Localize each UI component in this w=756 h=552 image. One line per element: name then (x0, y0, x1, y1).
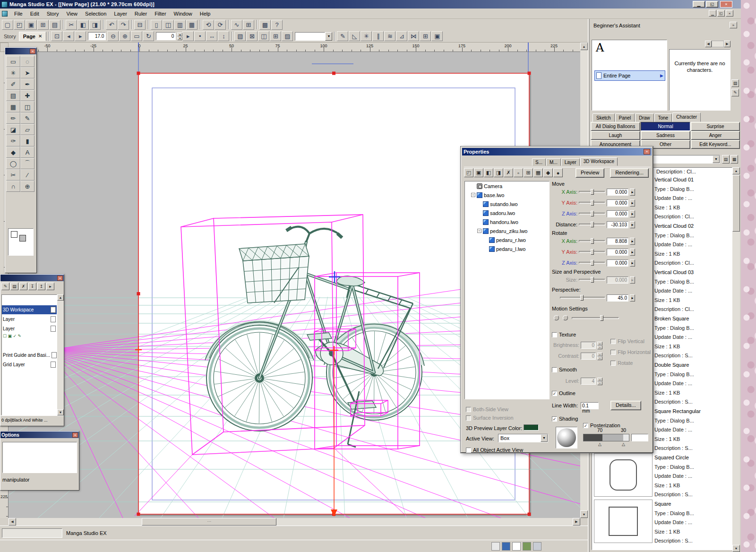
scroll-down-icon[interactable]: ▼ (580, 510, 588, 518)
pencil-tool-icon[interactable]: ✏ (6, 112, 20, 124)
move-x-value[interactable]: 0.000 (607, 189, 628, 196)
page-handle[interactable] (137, 72, 140, 75)
outline-checkbox[interactable]: ✓Outline (552, 390, 576, 397)
rotate-view-icon[interactable]: ↻ (143, 31, 154, 41)
selection-preset-combobox[interactable] (295, 32, 325, 41)
scrollbar-thumb[interactable] (732, 175, 740, 232)
expand-selection-icon[interactable]: ⊞ (270, 31, 281, 41)
assistant-tab[interactable]: Character (672, 112, 701, 122)
close-button[interactable]: × (720, 1, 732, 8)
menu-item[interactable]: Layer (110, 9, 131, 18)
fit-view-icon[interactable]: ⊡ (51, 31, 62, 41)
scroll-left-icon[interactable]: ◀ (705, 41, 712, 47)
posterization-marker-icon[interactable]: △ (622, 442, 625, 447)
laugh-button[interactable]: Laugh (591, 131, 640, 140)
rendering-button[interactable]: Rendering... (610, 168, 649, 178)
layer-grid-icon[interactable]: ▦ (533, 168, 543, 177)
open-icon[interactable]: ◰ (14, 20, 25, 30)
close-icon[interactable]: × (30, 49, 35, 54)
tool-options-palette[interactable]: Options × manipulator (0, 431, 79, 491)
hand-tool-icon[interactable]: ∩ (6, 181, 20, 192)
paste-object-icon[interactable]: ◨ (494, 168, 503, 177)
kneaded-eraser-tool-icon[interactable]: ▱ (20, 124, 34, 135)
tree-item[interactable]: − sutando.lwo (465, 199, 549, 208)
brush-tool-icon[interactable]: ▮ (20, 135, 34, 147)
entire-page-item[interactable]: Entire Page ▶ (594, 70, 665, 81)
scroll-down-icon[interactable]: ▼ (57, 409, 64, 415)
paste-icon[interactable]: ◨ (89, 20, 101, 30)
mdi-close-icon[interactable]: × (726, 10, 733, 17)
shape-tool-icon[interactable]: ◯ (6, 158, 20, 169)
mdi-minimize-icon[interactable]: ▁ (709, 10, 716, 17)
properties-tab[interactable]: 3D Workspace (580, 157, 618, 166)
zoom-in-icon[interactable]: ⊕ (119, 31, 130, 41)
move-tool-icon[interactable]: ✚ (20, 90, 34, 101)
export-icon[interactable]: ↥ (37, 283, 45, 290)
list-view-icon[interactable]: ▤ (722, 155, 730, 164)
delete-layer-icon[interactable]: ✗ (19, 283, 27, 290)
toolbox-title-bar[interactable]: × (5, 48, 36, 54)
flip-horizontal-icon[interactable]: ↔ (206, 31, 217, 41)
sphere-view-icon[interactable]: ● (553, 168, 563, 177)
tree-expander-icon[interactable]: − (471, 193, 475, 197)
background-color-well[interactable] (19, 235, 26, 242)
surface-inversion-checkbox[interactable]: Surface Inversion (466, 414, 514, 421)
rotate-left-icon[interactable]: ⟲ (203, 20, 214, 30)
materials-icon[interactable]: ▩ (259, 20, 271, 30)
texture-checkbox[interactable]: Texture (552, 331, 576, 338)
size-spinner-icon[interactable]: ▸ (630, 276, 635, 284)
page-setup-icon[interactable]: ▤ (49, 20, 60, 30)
rotation-angle-input[interactable]: 0 (156, 32, 176, 40)
eraser-tool-icon[interactable]: ◪ (6, 124, 20, 135)
scroll-left-icon[interactable]: ◀ (9, 518, 16, 526)
layer-row[interactable]: Layer (2, 315, 57, 324)
layer-single-icon[interactable]: ▫ (514, 168, 523, 177)
edit-keyword-button[interactable]: Edit Keyword... (691, 140, 740, 149)
thumbnail-view-icon[interactable]: ▦ (186, 20, 198, 30)
layer-menu-icon[interactable]: ▸ (46, 283, 54, 290)
close-icon[interactable]: × (57, 276, 63, 281)
tree-item[interactable]: − pedaru_r.lwo (465, 235, 549, 244)
normal-button[interactable]: Normal (641, 122, 690, 131)
contrast-value[interactable]: 0 (581, 353, 596, 360)
both-side-view-checkbox[interactable]: Both-Side View (466, 406, 508, 413)
move-x-slider[interactable] (579, 191, 605, 193)
rotate-x-spinner-icon[interactable]: ▸ (630, 238, 635, 245)
page-handle[interactable] (528, 513, 531, 516)
posterization-marker-icon[interactable]: △ (598, 442, 601, 447)
eyedropper-tool-icon[interactable]: ✒ (20, 78, 34, 90)
tray-icon[interactable] (512, 542, 521, 551)
posterization-gradient-bar[interactable] (583, 434, 629, 441)
single-page-view-icon[interactable]: ▯ (151, 20, 162, 30)
scroll-right-icon[interactable]: ▶ (724, 41, 730, 47)
menu-item[interactable]: Ruler (131, 9, 151, 18)
tree-item[interactable]: − base.lwo (465, 190, 549, 199)
shading-checkbox[interactable]: ✓Shading (552, 415, 578, 422)
preview-button[interactable]: Preview (576, 168, 604, 178)
frame-icon[interactable]: ▣ (431, 31, 443, 41)
menu-item[interactable]: File (10, 9, 26, 18)
scroll-up-icon[interactable]: ▲ (732, 167, 740, 174)
edit-character-icon[interactable]: ✎ (731, 89, 739, 96)
reset-icon[interactable]: • (194, 31, 206, 41)
perspective-grid-icon[interactable]: ⊿ (396, 31, 407, 41)
menu-item[interactable]: View (62, 9, 81, 18)
scroll-down-icon[interactable]: ▼ (732, 545, 740, 552)
assistant-tab[interactable]: Tone (654, 113, 672, 122)
tray-icon[interactable] (523, 542, 531, 551)
page-object-list[interactable]: A Entire Page ▶ (592, 40, 667, 111)
assistant-tab[interactable]: Draw (635, 113, 653, 122)
facing-pages-view-icon[interactable]: ◫ (163, 20, 174, 30)
assistant-tab[interactable]: Sketch (593, 113, 615, 122)
triangle-ruler-icon[interactable]: ◺ (349, 31, 360, 41)
rotate-y-slider[interactable] (579, 251, 605, 253)
new-folder-icon[interactable]: ▤ (10, 283, 18, 290)
texture-rotate-checkbox[interactable]: Rotate (610, 360, 633, 366)
page-tab[interactable]: Page ✕ (19, 32, 47, 41)
play-icon[interactable]: ▸ (182, 31, 194, 41)
scroll-right-icon[interactable]: ▶ (573, 518, 580, 526)
copy-icon[interactable]: ◧ (77, 20, 89, 30)
story-tab[interactable]: Story (1, 32, 19, 41)
thumbnail-view-icon[interactable]: ▦ (730, 155, 738, 164)
rotate-right-icon[interactable]: ⟳ (215, 20, 226, 30)
